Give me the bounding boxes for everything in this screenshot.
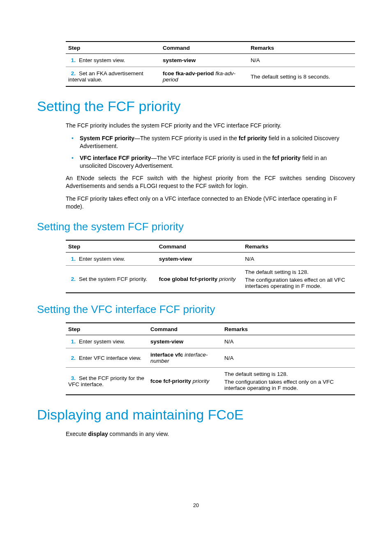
step-number: 1. (68, 256, 76, 262)
step-number: 2. (68, 276, 76, 282)
para-text: commands in any view. (108, 431, 169, 437)
remarks-text: N/A (222, 335, 355, 348)
step-text: Set the FCF priority for the VFC interfa… (68, 375, 144, 387)
bullet-text: —The VFC interface FCF priority is used … (151, 155, 272, 161)
step-text: Enter system view. (79, 57, 125, 63)
remarks-text: The default setting is 128. (245, 269, 353, 275)
command-bold: system-view (159, 256, 192, 262)
step-number: 2. (68, 70, 76, 76)
th-command: Command (160, 42, 248, 54)
paragraph: The FCF priority includes the system FCF… (66, 122, 355, 130)
heading-system-fcf: Setting the system FCF priority (37, 220, 355, 233)
table-row: 3.Set the FCF priority for the VFC inter… (66, 368, 355, 395)
th-step: Step (66, 323, 148, 335)
remarks-text: N/A (248, 54, 355, 67)
command-bold: fcoe fcf-priority (150, 378, 191, 384)
heading-vfc-fcf: Setting the VFC interface FCF priority (37, 303, 355, 316)
paragraph: Execute display commands in any view. (66, 430, 355, 438)
document-page: Step Command Remarks 1.Enter system view… (0, 0, 392, 533)
th-remarks: Remarks (242, 240, 355, 253)
th-command: Command (157, 240, 243, 253)
step-text: Enter VFC interface view. (79, 355, 141, 361)
list-item: VFC interface FCF priority—The VFC inter… (66, 154, 355, 170)
step-text: Set the system FCF priority. (79, 276, 147, 282)
th-remarks: Remarks (222, 323, 355, 335)
command-bold: fcoe fka-adv-period (163, 70, 214, 76)
bullet-field: fcf priority (272, 155, 300, 161)
table-row: 1.Enter system view. system-view N/A (66, 335, 355, 348)
command-italic: priority (191, 378, 209, 384)
command-bold: fcoe global fcf-priority (159, 276, 218, 282)
steps-table-vfc-fcf: Step Command Remarks 1.Enter system view… (66, 322, 355, 395)
remarks-text: The default setting is 128. (224, 371, 353, 377)
th-step: Step (66, 42, 160, 54)
paragraph: An ENode selects the FCF switch with the… (66, 174, 355, 190)
step-number: 2. (68, 355, 76, 361)
step-number: 1. (68, 57, 76, 63)
step-text: Enter system view. (79, 338, 125, 345)
step-number: 3. (68, 375, 76, 381)
bullet-list: System FCF priority—The system FCF prior… (66, 134, 355, 170)
table-row: 1.Enter system view. system-view N/A (66, 253, 355, 266)
command-bold: interface vfc (150, 352, 183, 358)
heading-fcf-priority: Setting the FCF priority (37, 98, 355, 114)
remarks-text: The configuration takes effect only on a… (224, 379, 353, 391)
th-command: Command (148, 323, 222, 335)
bullet-term: System FCF priority (80, 135, 134, 141)
command-bold: system-view (163, 57, 196, 63)
paragraph: The FCF priority takes effect only on a … (66, 195, 355, 211)
th-step: Step (66, 240, 157, 253)
table-row: 2.Set the system FCF priority. fcoe glob… (66, 266, 355, 293)
page-number: 20 (0, 503, 392, 508)
bullet-term: VFC interface FCF priority (80, 155, 151, 161)
step-text: Set an FKA advertisement interval value. (68, 70, 143, 83)
steps-table-fka: Step Command Remarks 1.Enter system view… (66, 41, 355, 87)
steps-table-system-fcf: Step Command Remarks 1.Enter system view… (66, 240, 355, 293)
bullet-field: fcf priority (239, 135, 267, 141)
th-remarks: Remarks (248, 42, 355, 54)
table-row: 2.Enter VFC interface view. interface vf… (66, 348, 355, 368)
remarks-text: N/A (222, 348, 355, 368)
bullet-text: —The system FCF priority is used in the (134, 135, 239, 141)
heading-displaying-fcoe: Displaying and maintaining FCoE (37, 407, 355, 423)
remarks-text: N/A (242, 253, 355, 266)
table-row: 2.Set an FKA advertisement interval valu… (66, 67, 355, 87)
command-bold: system-view (150, 338, 183, 345)
remarks-text: The configuration takes effect on all VF… (245, 277, 353, 289)
step-number: 1. (68, 338, 76, 345)
command-italic: priority (217, 276, 235, 282)
list-item: System FCF priority—The system FCF prior… (66, 134, 355, 150)
para-bold: display (88, 431, 108, 437)
remarks-text: The default setting is 8 seconds. (248, 67, 355, 87)
table-row: 1.Enter system view. system-view N/A (66, 54, 355, 67)
para-text: Execute (66, 431, 88, 437)
step-text: Enter system view. (79, 256, 125, 262)
